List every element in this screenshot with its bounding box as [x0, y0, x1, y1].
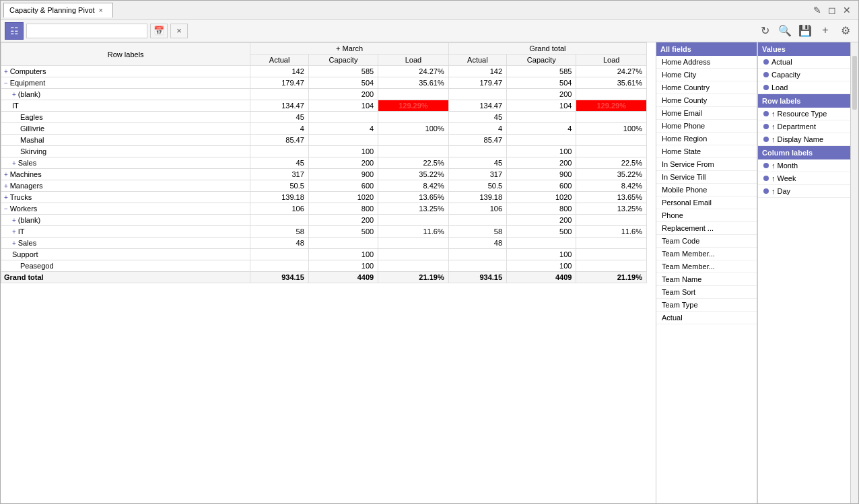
- col-labels-item[interactable]: ↑ Day: [758, 185, 850, 198]
- value-cell: 200: [308, 215, 378, 226]
- field-item[interactable]: Team Member...: [656, 260, 757, 273]
- table-row: + Trucks139.18102013.65%139.18102013.65%: [1, 192, 647, 203]
- row-label-cell[interactable]: − Equipment: [1, 77, 250, 89]
- field-item[interactable]: Home Address: [656, 56, 757, 69]
- value-cell: 800: [308, 203, 378, 215]
- row-label-cell[interactable]: + Managers: [1, 180, 250, 192]
- field-item[interactable]: Home State: [656, 145, 757, 158]
- field-item[interactable]: Team Name: [656, 273, 757, 286]
- title-tab[interactable]: Capacity & Planning Pivot ×: [3, 3, 113, 17]
- load-cell: 13.25%: [378, 203, 449, 215]
- col-labels-item[interactable]: ↑ Month: [758, 159, 850, 172]
- row-label-cell[interactable]: Gillivrie: [1, 123, 250, 135]
- field-item[interactable]: Home Country: [656, 81, 757, 94]
- field-item[interactable]: Team Member...: [656, 248, 757, 260]
- row-label-cell[interactable]: + Machines: [1, 169, 250, 180]
- grid-icon: ☷: [10, 26, 19, 36]
- value-cell: 134.47: [250, 100, 308, 112]
- row-label-cell[interactable]: Eagles: [1, 112, 250, 123]
- row-label-cell[interactable]: Peasegod: [1, 260, 250, 272]
- value-cell: 200: [507, 89, 576, 100]
- field-item[interactable]: Home Email: [656, 107, 757, 120]
- field-item[interactable]: Home County: [656, 94, 757, 107]
- value-cell: 317: [250, 169, 308, 180]
- load-cell: [378, 146, 449, 157]
- add-icon[interactable]: +: [817, 24, 834, 37]
- row-labels-item[interactable]: ↑ Department: [758, 120, 850, 133]
- load-cell: 13.65%: [378, 192, 449, 203]
- field-item[interactable]: Home City: [656, 69, 757, 81]
- value-cell: [507, 238, 576, 249]
- row-label-cell[interactable]: Skirving: [1, 146, 250, 157]
- right-panel-inner: All fields Home AddressHome CityHome Cou…: [656, 42, 858, 503]
- close-window-icon[interactable]: ✕: [841, 5, 853, 15]
- value-cell: [507, 135, 576, 146]
- row-labels-list: ↑ Resource Type↑ Department↑ Display Nam…: [758, 108, 850, 146]
- field-item[interactable]: Mobile Phone: [656, 184, 757, 196]
- tab-close-icon[interactable]: ×: [99, 6, 103, 14]
- row-labels-item-label: ↑ Department: [771, 122, 816, 131]
- col-labels-list: ↑ Month↑ Week↑ Day: [758, 159, 850, 198]
- row-labels-item[interactable]: ↑ Display Name: [758, 133, 850, 146]
- values-item-label: Load: [771, 83, 788, 92]
- value-cell: 45: [448, 112, 506, 123]
- field-item[interactable]: Home Region: [656, 133, 757, 145]
- row-label-cell[interactable]: Mashal: [1, 135, 250, 146]
- value-cell: 45: [250, 112, 308, 123]
- field-item[interactable]: Phone: [656, 209, 757, 222]
- pivot-area[interactable]: Row labels + March Grand total Actual Ca…: [1, 42, 656, 503]
- row-label-cell[interactable]: + (blank): [1, 89, 250, 100]
- value-cell: 504: [507, 77, 576, 89]
- load-cell: [378, 215, 449, 226]
- calendar-button[interactable]: 📅: [150, 24, 168, 38]
- values-item[interactable]: Capacity: [758, 69, 850, 81]
- row-label-cell[interactable]: + IT: [1, 226, 250, 238]
- row-label-cell[interactable]: IT: [1, 100, 250, 112]
- row-labels-header: Row labels: [1, 43, 250, 66]
- circle-icon: [763, 72, 769, 77]
- value-cell: 800: [507, 203, 576, 215]
- field-item[interactable]: In Service From: [656, 158, 757, 171]
- field-item[interactable]: Home Phone: [656, 120, 757, 133]
- field-item[interactable]: In Service Till: [656, 171, 757, 184]
- value-cell: 585: [507, 66, 576, 77]
- refresh-icon[interactable]: ↻: [756, 24, 774, 37]
- row-label-cell[interactable]: + Trucks: [1, 192, 250, 203]
- settings-icon[interactable]: ⚙: [837, 24, 854, 37]
- row-label-cell[interactable]: + Computers: [1, 66, 250, 77]
- scrollbar-thumb[interactable]: [852, 56, 857, 110]
- edit-icon[interactable]: ✎: [811, 5, 823, 15]
- field-item[interactable]: Personal Email: [656, 196, 757, 209]
- load-cell: [378, 112, 449, 123]
- field-item[interactable]: Team Sort: [656, 286, 757, 299]
- title-text: Capacity & Planning Pivot: [9, 6, 95, 14]
- row-label-cell[interactable]: − Workers: [1, 203, 250, 215]
- clear-button[interactable]: ×: [170, 24, 188, 38]
- restore-icon[interactable]: ◻: [826, 5, 838, 15]
- save-icon[interactable]: 💾: [796, 24, 814, 37]
- value-cell: 100: [308, 260, 378, 272]
- values-item[interactable]: Load: [758, 81, 850, 94]
- search-input[interactable]: [26, 24, 147, 38]
- row-label-cell[interactable]: + (blank): [1, 215, 250, 226]
- search-icon[interactable]: 🔍: [776, 24, 794, 37]
- values-item[interactable]: Actual: [758, 56, 850, 69]
- menu-button[interactable]: ☷: [5, 22, 24, 40]
- row-label-cell[interactable]: Support: [1, 249, 250, 260]
- field-item[interactable]: Actual: [656, 312, 757, 324]
- col-labels-item[interactable]: ↑ Week: [758, 172, 850, 185]
- field-item[interactable]: Team Code: [656, 235, 757, 248]
- main-content: Row labels + March Grand total Actual Ca…: [1, 42, 858, 503]
- row-label-cell[interactable]: + Sales: [1, 157, 250, 169]
- field-item[interactable]: Team Type: [656, 299, 757, 312]
- main-window: Capacity & Planning Pivot × ✎ ◻ ✕ ☷ 📅 × …: [0, 0, 859, 504]
- row-label-cell[interactable]: + Sales: [1, 238, 250, 249]
- field-item[interactable]: Replacement ...: [656, 222, 757, 235]
- row-labels-item[interactable]: ↑ Resource Type: [758, 108, 850, 120]
- scrollbar[interactable]: [850, 42, 858, 503]
- row-labels-item-label: ↑ Resource Type: [771, 110, 827, 118]
- value-cell: 45: [448, 157, 506, 169]
- values-item-label: Actual: [771, 58, 792, 66]
- window-controls: ✎ ◻ ✕: [811, 5, 856, 15]
- value-cell: 139.18: [250, 192, 308, 203]
